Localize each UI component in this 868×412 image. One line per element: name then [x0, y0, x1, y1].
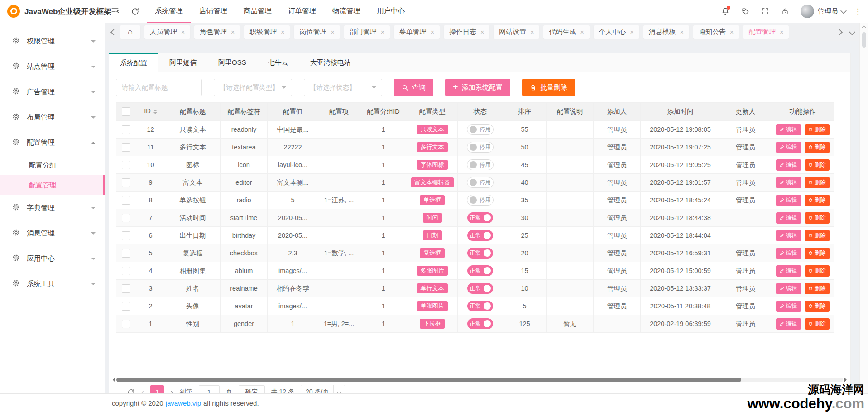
delete-button[interactable]: 删除: [805, 265, 830, 277]
tab-chip[interactable]: 通知公告×: [693, 25, 739, 39]
row-checkbox[interactable]: [122, 231, 130, 240]
edit-button[interactable]: 编辑: [776, 265, 801, 277]
nav-item[interactable]: 店铺管理: [191, 0, 235, 23]
row-checkbox[interactable]: [122, 214, 130, 222]
close-icon[interactable]: ×: [630, 29, 634, 36]
close-icon[interactable]: ×: [231, 29, 235, 36]
delete-button[interactable]: 删除: [805, 212, 830, 224]
status-toggle[interactable]: 正常: [467, 230, 493, 241]
panel-tab[interactable]: 阿里短信: [158, 53, 207, 72]
close-icon[interactable]: ×: [181, 29, 185, 36]
refresh-icon[interactable]: [125, 0, 145, 23]
sort-icons[interactable]: [153, 108, 157, 116]
tab-chip[interactable]: 代码生成×: [543, 25, 589, 39]
edit-button[interactable]: 编辑: [776, 318, 801, 330]
tab-chip[interactable]: 网站设置×: [494, 25, 539, 39]
hscrollbar-track[interactable]: [116, 378, 843, 382]
nav-item[interactable]: 用户中心: [369, 0, 413, 23]
sidebar-item[interactable]: 字典管理: [0, 195, 105, 220]
config-title-input[interactable]: [116, 79, 202, 96]
delete-button[interactable]: 删除: [805, 159, 830, 171]
close-icon[interactable]: ×: [580, 29, 584, 36]
add-config-button[interactable]: + 添加系统配置: [445, 79, 510, 96]
close-icon[interactable]: ×: [780, 29, 783, 36]
username[interactable]: 管理员: [818, 7, 838, 16]
close-icon[interactable]: ×: [431, 29, 434, 36]
sidebar-item[interactable]: 应用中心: [0, 246, 105, 271]
status-toggle[interactable]: 正常: [467, 212, 493, 223]
footer-link[interactable]: javaweb.vip: [166, 399, 201, 407]
horizontal-scrollbar[interactable]: [110, 377, 849, 383]
delete-button[interactable]: 删除: [805, 230, 830, 241]
close-icon[interactable]: ×: [381, 29, 384, 36]
edit-button[interactable]: 编辑: [776, 195, 801, 206]
edit-button[interactable]: 编辑: [776, 124, 801, 135]
prev-page-icon[interactable]: ‹: [141, 387, 144, 393]
status-toggle[interactable]: 正常: [467, 318, 493, 329]
nav-item[interactable]: 系统管理: [147, 0, 191, 23]
status-select[interactable]: 【请选择状态】: [304, 79, 382, 96]
vscrollbar-thumb[interactable]: [862, 32, 866, 48]
fullscreen-icon[interactable]: [755, 0, 775, 23]
close-icon[interactable]: ×: [281, 29, 284, 36]
status-toggle[interactable]: 正常: [467, 248, 493, 259]
tab-chip[interactable]: 菜单管理×: [394, 25, 440, 39]
status-toggle[interactable]: 停用: [467, 195, 494, 206]
scroll-right-icon[interactable]: [844, 378, 849, 382]
scroll-up-icon[interactable]: [862, 26, 866, 29]
nav-item[interactable]: 物流管理: [324, 0, 369, 23]
column-header-id[interactable]: ID: [136, 103, 165, 121]
delete-button[interactable]: 删除: [805, 301, 830, 312]
batch-delete-button[interactable]: 批量删除: [522, 79, 575, 96]
status-toggle[interactable]: 停用: [467, 142, 494, 153]
user-menu-chevron-icon[interactable]: [840, 7, 847, 14]
close-icon[interactable]: ×: [730, 29, 734, 36]
close-icon[interactable]: ×: [331, 29, 334, 36]
sidebar-item[interactable]: 权限管理: [0, 29, 105, 54]
delete-button[interactable]: 删除: [805, 283, 830, 294]
nav-item[interactable]: 订单管理: [280, 0, 324, 23]
panel-tab[interactable]: 大亚湾核电站: [299, 53, 362, 72]
status-toggle[interactable]: 停用: [467, 177, 494, 188]
confirm-button[interactable]: 确定: [239, 385, 265, 393]
row-checkbox[interactable]: [122, 249, 130, 258]
status-toggle[interactable]: 正常: [467, 265, 493, 276]
sidebar-item[interactable]: 配置管理: [0, 130, 105, 155]
sidebar-subitem[interactable]: 配置分组: [0, 155, 105, 175]
status-toggle[interactable]: 停用: [467, 124, 494, 135]
pagination-refresh-icon[interactable]: [127, 388, 135, 394]
sidebar-item[interactable]: 布局管理: [0, 105, 105, 130]
scroll-left-icon[interactable]: [110, 378, 115, 382]
row-checkbox[interactable]: [122, 161, 130, 169]
more-menu-icon[interactable]: ⋮: [854, 7, 862, 16]
row-checkbox[interactable]: [122, 267, 130, 275]
vertical-scrollbar[interactable]: [859, 23, 868, 393]
sidebar-item[interactable]: 站点管理: [0, 54, 105, 79]
tab-chip[interactable]: 职级管理×: [244, 25, 290, 39]
status-toggle[interactable]: 停用: [467, 159, 494, 170]
avatar[interactable]: [801, 5, 814, 18]
home-tab[interactable]: ⌂: [120, 25, 140, 39]
panel-tab[interactable]: 阿里OSS: [207, 53, 257, 72]
edit-button[interactable]: 编辑: [776, 142, 801, 153]
tab-chip[interactable]: 角色管理×: [194, 25, 240, 39]
tabs-scroll-right-icon[interactable]: [836, 29, 843, 35]
per-page-select[interactable]: 20 条/页: [301, 385, 345, 393]
row-checkbox[interactable]: [122, 143, 130, 152]
tab-chip[interactable]: 人员管理×: [144, 25, 190, 39]
config-type-select[interactable]: 【请选择配置类型】: [214, 79, 292, 96]
panel-tab[interactable]: 七牛云: [257, 53, 299, 72]
query-button[interactable]: 查询: [394, 79, 433, 96]
tag-icon[interactable]: [735, 0, 755, 23]
tabs-scroll-left-icon[interactable]: [110, 29, 117, 35]
hscrollbar-thumb[interactable]: [116, 378, 741, 382]
delete-button[interactable]: 删除: [805, 142, 830, 153]
edit-button[interactable]: 编辑: [776, 248, 801, 259]
panel-tab[interactable]: 系统配置: [109, 53, 158, 72]
row-checkbox[interactable]: [122, 320, 130, 328]
tab-chip[interactable]: 部门管理×: [344, 25, 390, 39]
delete-button[interactable]: 删除: [805, 318, 830, 330]
nav-item[interactable]: 商品管理: [235, 0, 280, 23]
status-toggle[interactable]: 正常: [467, 301, 493, 311]
close-icon[interactable]: ×: [530, 29, 534, 36]
